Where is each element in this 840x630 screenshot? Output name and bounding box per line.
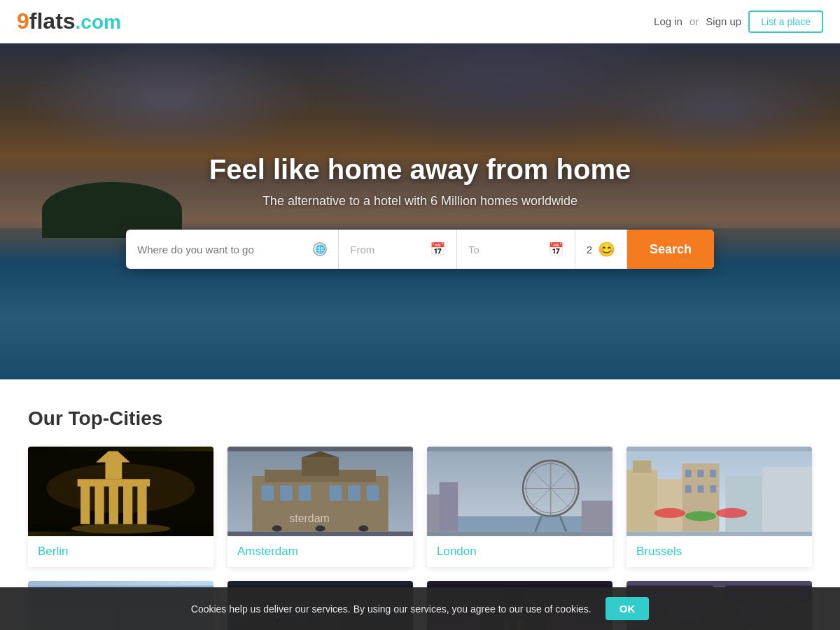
city-card-london[interactable]: London [427,447,612,567]
search-to-field[interactable]: To 📅 [457,230,575,269]
logo-nine: 9 [17,8,29,34]
cookie-ok-button[interactable]: OK [606,597,650,620]
guests-icon: 😊 [598,241,615,258]
svg-rect-4 [109,482,118,526]
guests-count: 2 [587,244,592,255]
svg-point-53 [654,508,685,518]
svg-rect-42 [633,461,652,473]
globe-icon: 🌐 [313,242,327,256]
logo-dotcom: .com [76,11,121,34]
svg-rect-18 [280,485,293,500]
svg-rect-51 [725,476,762,532]
search-guests-field[interactable]: 2 😊 [575,230,627,269]
svg-rect-48 [685,485,692,493]
svg-point-25 [358,526,368,532]
svg-point-54 [685,511,716,521]
header: 9 flats .com Log in or Sign up List a pl… [0,0,840,43]
search-bar-container: 🌐 From 📅 To 📅 2 😊 Search [126,230,714,269]
svg-rect-46 [698,470,704,477]
svg-rect-8 [105,461,122,479]
svg-text:sterdam: sterdam [289,512,329,524]
svg-rect-20 [330,485,342,500]
london-name: London [427,536,612,567]
svg-rect-17 [262,485,274,500]
svg-rect-2 [80,482,90,526]
search-destination-field[interactable]: 🌐 [126,230,339,269]
city-card-brussels[interactable]: Brussels [626,447,812,567]
svg-rect-22 [367,485,379,500]
svg-rect-49 [698,485,704,493]
list-place-button[interactable]: List a place [748,10,823,33]
svg-rect-19 [299,485,312,500]
destination-input[interactable] [137,244,307,255]
to-calendar-icon: 📅 [548,241,564,257]
svg-point-23 [272,526,282,532]
logo[interactable]: 9 flats .com [17,8,121,34]
header-nav: Log in or Sign up List a place [654,10,823,33]
signup-link[interactable]: Sign up [706,15,741,27]
from-label: From [350,244,430,255]
to-label: To [468,244,548,255]
svg-rect-39 [582,500,612,531]
svg-rect-21 [348,485,360,500]
svg-rect-15 [302,457,339,476]
city-grid-row1: Berlin [28,447,812,567]
hero-title: Feel like home away from home [209,154,631,186]
login-link[interactable]: Log in [654,15,682,27]
svg-rect-3 [94,482,104,526]
svg-point-24 [315,526,325,532]
cookie-banner: Cookies help us deliver our services. By… [0,587,840,630]
search-button[interactable]: Search [627,230,714,269]
berlin-name: Berlin [28,536,214,567]
svg-point-11 [71,524,170,533]
city-card-amsterdam[interactable]: sterdam Amsterdam [227,447,413,567]
svg-rect-52 [762,467,812,532]
svg-rect-38 [440,482,458,532]
svg-rect-43 [657,479,682,531]
logo-flats: flats [29,8,76,34]
city-card-berlin[interactable]: Berlin [28,447,214,567]
brussels-image [626,447,812,536]
svg-rect-7 [78,479,150,486]
amsterdam-image: sterdam [227,447,413,536]
berlin-image [28,447,214,536]
svg-rect-41 [626,470,657,531]
svg-rect-6 [137,482,146,526]
search-from-field[interactable]: From 📅 [339,230,457,269]
svg-rect-45 [685,470,692,477]
amsterdam-name: Amsterdam [227,536,413,567]
svg-point-55 [716,508,747,518]
brussels-name: Brussels [626,536,812,567]
hero-content: Feel like home away from home The altern… [209,154,631,209]
search-bar: 🌐 From 📅 To 📅 2 😊 Search [126,230,714,269]
london-image [427,447,612,536]
hero-subtitle: The alternative to a hotel with 6 Millio… [209,194,631,209]
top-cities-title: Our Top-Cities [28,407,812,430]
cookie-text: Cookies help us deliver our services. By… [191,603,592,615]
svg-rect-50 [710,485,716,493]
hero-section: Feel like home away from home The altern… [0,43,840,379]
nav-separator: or [690,15,699,27]
svg-rect-5 [123,482,132,526]
from-calendar-icon: 📅 [430,241,445,257]
svg-rect-47 [710,470,716,477]
